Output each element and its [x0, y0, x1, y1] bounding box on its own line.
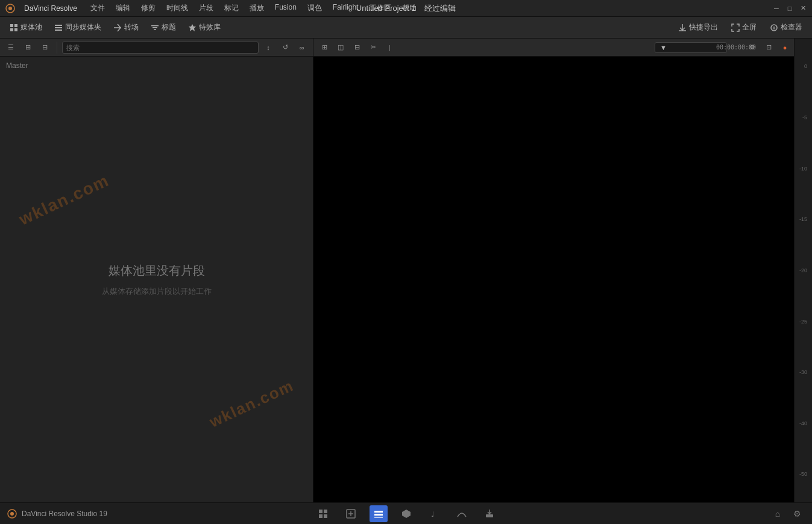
master-label: Master: [6, 61, 28, 70]
svg-rect-26: [486, 514, 493, 517]
vu-label-30: -30: [799, 367, 807, 377]
vu-label-20: -20: [799, 266, 807, 275]
svg-marker-24: [402, 510, 411, 518]
vu-label-0: 0: [804, 61, 807, 71]
menu-file[interactable]: 文件: [86, 1, 110, 15]
svg-rect-4: [10, 28, 13, 31]
quick-export-button[interactable]: 快捷导出: [673, 20, 723, 34]
workspace-edit-btn[interactable]: [370, 505, 388, 522]
vu-label-50: -50: [799, 469, 807, 479]
mp-grid-view-btn[interactable]: ⊞: [20, 41, 35, 54]
svg-rect-2: [10, 24, 13, 27]
titlebar-right: ─ □ ✕: [772, 4, 807, 13]
app-logo-bottom: [7, 509, 17, 519]
mp-link-btn[interactable]: ∞: [295, 41, 309, 54]
vu-scale: 0 -5 -10 -15 -20 -25 -30 -40 -50: [799, 41, 807, 500]
app-logo: [5, 3, 16, 14]
viewer-settings-btn[interactable]: ⚙: [745, 41, 760, 54]
workspace-deliver-btn[interactable]: [480, 505, 499, 522]
menu-trim[interactable]: 修剪: [136, 1, 160, 15]
close-button[interactable]: ✕: [799, 4, 807, 13]
viewer-btn-5[interactable]: |: [382, 41, 397, 54]
vu-meter: 0 -5 -10 -15 -20 -25 -30 -40 -50: [794, 39, 812, 502]
vu-label-5: -5: [802, 113, 807, 122]
menu-playback[interactable]: 播放: [245, 1, 269, 15]
vu-label-40: -40: [799, 419, 807, 428]
bottombar-right: ⌂ ⚙: [770, 506, 805, 522]
media-pool-panel: ☰ ⊞ ⊟ ↕ ↺ ∞ Master wklan.com wklan.com 媒…: [0, 39, 313, 502]
workspace-fairlight-btn[interactable]: [453, 505, 471, 522]
preview-video-area: [313, 57, 812, 502]
svg-rect-21: [374, 511, 383, 513]
menu-edit[interactable]: 编辑: [111, 1, 135, 15]
workspace-media-btn[interactable]: [314, 505, 332, 522]
media-pool-content: Master wklan.com wklan.com 媒体池里没有片段 从媒体存…: [0, 57, 313, 502]
settings-button[interactable]: ⚙: [789, 506, 805, 522]
watermark-bottom: wklan.com: [207, 376, 297, 432]
vu-label-15: -15: [799, 214, 807, 224]
svg-text:♩: ♩: [431, 510, 435, 519]
svg-marker-12: [189, 24, 196, 31]
svg-rect-16: [319, 510, 323, 513]
media-search-input[interactable]: [62, 42, 259, 54]
svg-rect-6: [55, 25, 62, 26]
mp-refresh-btn[interactable]: ↺: [278, 41, 292, 54]
edit-mode-label: 经过编辑: [424, 4, 456, 13]
main-toolbar: 媒体池 同步媒体夹 转场 标题 特效库 快捷导出 全屏 检查器: [0, 17, 812, 39]
menu-mark[interactable]: 标记: [219, 1, 244, 15]
workspace-cut-btn[interactable]: [342, 505, 360, 522]
sync-bin-button[interactable]: 同步媒体夹: [49, 20, 106, 34]
viewer-btn-3[interactable]: ⊟: [350, 41, 364, 54]
bottombar-left: DaVinci Resolve Studio 19: [7, 509, 107, 519]
watermark-top: wklan.com: [16, 170, 113, 229]
empty-sub-text: 从媒体存储添加片段以开始工作: [102, 286, 212, 297]
svg-rect-9: [151, 25, 159, 27]
workspace-fusion-btn[interactable]: [397, 505, 415, 522]
fullscreen-button[interactable]: 全屏: [726, 20, 761, 34]
preview-panel: ⊞ ◫ ⊟ ✂ | ▼ 00:00:00:00 ⚙ ⊡ ● 🔊 0 -5 -10: [313, 39, 812, 502]
viewer-zoom-btn[interactable]: ⊡: [761, 41, 776, 54]
svg-rect-3: [14, 24, 17, 27]
workspace-color-btn[interactable]: ♩: [425, 505, 443, 522]
titlebar: DaVinci Resolve 文件 编辑 修剪 时间线 片段 标记 播放 Fu…: [0, 0, 812, 17]
mp-list-view-btn[interactable]: ☰: [4, 41, 18, 54]
mp-icon-view-btn[interactable]: ⊟: [37, 41, 52, 54]
mp-sort-btn[interactable]: ↕: [261, 41, 275, 54]
bottombar-center: ♩: [314, 505, 499, 522]
project-title: Untitled Project 1: [356, 4, 416, 13]
viewer-btn-4[interactable]: ✂: [366, 41, 380, 54]
home-button[interactable]: ⌂: [770, 506, 785, 522]
viewer-btn-2[interactable]: ◫: [333, 41, 348, 54]
svg-rect-8: [55, 30, 62, 31]
svg-point-15: [10, 512, 14, 516]
menu-clip[interactable]: 片段: [194, 1, 218, 15]
titles-button[interactable]: 标题: [146, 20, 181, 34]
svg-point-1: [8, 7, 12, 10]
viewer-clock-icon: 00:00:00:00: [729, 41, 743, 54]
svg-rect-18: [319, 514, 323, 518]
toolbar-right: 快捷导出 全屏 检查器: [673, 20, 807, 34]
menu-color[interactable]: 调色: [303, 1, 327, 15]
transform-button[interactable]: 转场: [109, 20, 143, 34]
effects-button[interactable]: 特效库: [183, 20, 225, 34]
maximize-button[interactable]: □: [785, 4, 794, 13]
svg-rect-7: [55, 27, 62, 28]
empty-state: 媒体池里没有片段 从媒体存储添加片段以开始工作: [102, 263, 212, 297]
minimize-button[interactable]: ─: [772, 4, 781, 13]
media-pool-toolbar: ☰ ⊞ ⊟ ↕ ↺ ∞: [0, 39, 313, 57]
svg-rect-5: [14, 28, 17, 31]
svg-rect-23: [374, 517, 383, 518]
menu-timeline[interactable]: 时间线: [162, 1, 193, 15]
inspector-button[interactable]: 检查器: [765, 20, 807, 34]
empty-main-text: 媒体池里没有片段: [102, 263, 212, 279]
viewer-color-btn[interactable]: ●: [778, 41, 792, 54]
svg-rect-19: [324, 514, 327, 518]
menu-fusion[interactable]: Fusion: [270, 1, 301, 15]
vu-label-10: -10: [799, 164, 807, 173]
titlebar-center: Untitled Project 1 经过编辑: [356, 3, 456, 14]
viewer-toolbar: ⊞ ◫ ⊟ ✂ | ▼ 00:00:00:00 ⚙ ⊡ ● 🔊: [313, 39, 812, 57]
viewer-btn-1[interactable]: ⊞: [317, 41, 332, 54]
app-name-title: DaVinci Resolve: [24, 4, 77, 13]
svg-rect-17: [324, 510, 327, 513]
media-pool-button[interactable]: 媒体池: [5, 20, 47, 34]
